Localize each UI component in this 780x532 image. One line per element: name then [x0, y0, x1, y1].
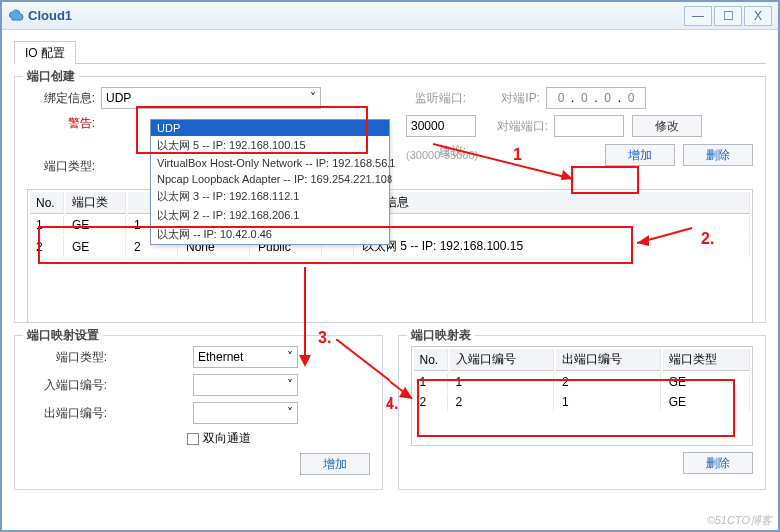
- add-button[interactable]: 增加: [605, 144, 675, 166]
- dropdown-opt[interactable]: VirtualBox Host-Only Network -- IP: 192.…: [151, 155, 389, 171]
- dropdown-opt-udp[interactable]: UDP: [151, 120, 389, 136]
- map-table-legend: 端口映射表: [407, 327, 475, 344]
- port-create-legend: 端口创建: [23, 68, 79, 85]
- table-row[interactable]: 112GE: [414, 373, 751, 391]
- window-buttons: — ☐ X: [682, 6, 772, 26]
- map-table-group: 端口映射表 No. 入端口编号 出端口编号 端口类型 112GE 221GE: [398, 335, 767, 490]
- dropdown-opt[interactable]: 以太网 5 -- IP: 192.168.100.15: [151, 136, 389, 155]
- chevron-down-icon: ˅: [287, 350, 293, 364]
- table-row[interactable]: 221GE: [414, 393, 751, 411]
- bidir-checkbox[interactable]: [187, 433, 199, 445]
- peer-port-label: 对端端口:: [490, 118, 548, 135]
- col-bindinfo: 绑定信息: [356, 192, 750, 214]
- modify-button[interactable]: 修改: [632, 115, 702, 137]
- watermark: ©51CTO博客: [707, 513, 772, 528]
- chevron-down-icon: ˅: [287, 378, 293, 392]
- bind-info-select[interactable]: UDP ˅: [101, 87, 321, 109]
- peer-port-input[interactable]: [554, 115, 624, 137]
- app-body: IO 配置 端口创建 绑定信息: UDP ˅ 警告:: [2, 30, 778, 500]
- ms-port-type-label: 端口类型:: [27, 349, 107, 366]
- table-row[interactable]: 1GE161862InternalUDP: [30, 216, 750, 234]
- peer-ip-label: 对端IP:: [482, 90, 540, 107]
- peer-ip-input[interactable]: 0. 0. 0. 0: [546, 87, 646, 109]
- window-title: Cloud1: [28, 8, 72, 23]
- tabstrip: IO 配置: [14, 40, 766, 64]
- port-type-label: 端口类型:: [27, 158, 95, 175]
- mt-delete-button[interactable]: 删除: [683, 452, 753, 474]
- bind-info-dropdown[interactable]: UDP 以太网 5 -- IP: 192.168.100.15 VirtualB…: [150, 119, 390, 245]
- titlebar: Cloud1 — ☐ X: [2, 2, 778, 30]
- col-no: No.: [30, 192, 64, 214]
- tab-io[interactable]: IO 配置: [14, 41, 76, 64]
- dropdown-opt[interactable]: Npcap Loopback Adapter -- IP: 169.254.22…: [151, 171, 389, 187]
- cloud-icon: [8, 8, 24, 24]
- dropdown-opt[interactable]: 以太网 -- IP: 10.42.0.46: [151, 225, 389, 244]
- ms-port-type-select[interactable]: Ethernet˅: [193, 346, 298, 368]
- chevron-down-icon: ˅: [287, 406, 293, 420]
- bind-info-value: UDP: [106, 91, 131, 105]
- bind-info-label: 绑定信息:: [27, 90, 95, 107]
- map-settings-legend: 端口映射设置: [23, 327, 103, 344]
- listen-port-input[interactable]: [406, 115, 476, 137]
- table-row[interactable]: 2GE2NonePublic以太网 5 -- IP: 192.168.100.1…: [30, 236, 750, 257]
- out-port-select[interactable]: ˅: [193, 402, 298, 424]
- listen-port-label: 监听端口:: [406, 90, 466, 107]
- in-port-label: 入端口编号:: [27, 377, 107, 394]
- dropdown-opt[interactable]: 以太网 3 -- IP: 192.168.112.1: [151, 187, 389, 206]
- in-port-select[interactable]: ˅: [193, 374, 298, 396]
- suggest-range: (30000-35000): [406, 149, 478, 161]
- ms-add-button[interactable]: 增加: [300, 453, 370, 475]
- lower-row: 端口映射设置 端口类型: Ethernet˅ 入端口编号: ˅ 出端口编号: ˅: [14, 335, 766, 490]
- port-table: No. 端口类 态 绑定信息 1GE161862InternalUDP 2GE2…: [27, 189, 753, 323]
- col-porttype: 端口类: [66, 192, 126, 214]
- map-settings-group: 端口映射设置 端口类型: Ethernet˅ 入端口编号: ˅ 出端口编号: ˅: [14, 335, 383, 490]
- delete-button[interactable]: 删除: [683, 144, 753, 166]
- cloud-window: Cloud1 — ☐ X IO 配置 端口创建 绑定信息: UDP ˅: [0, 0, 780, 532]
- warning-label: 警告:: [27, 115, 95, 132]
- port-create-group: 端口创建 绑定信息: UDP ˅ 警告: 端口类型:: [14, 76, 766, 323]
- maximize-button[interactable]: ☐: [714, 6, 742, 26]
- close-button[interactable]: X: [744, 6, 772, 26]
- chevron-down-icon: ˅: [310, 91, 316, 105]
- map-table: No. 入端口编号 出端口编号 端口类型 112GE 221GE: [411, 346, 754, 446]
- minimize-button[interactable]: —: [684, 6, 712, 26]
- bidir-label: 双向通道: [203, 430, 251, 447]
- dropdown-opt[interactable]: 以太网 2 -- IP: 192.168.206.1: [151, 206, 389, 225]
- out-port-label: 出端口编号:: [27, 405, 107, 422]
